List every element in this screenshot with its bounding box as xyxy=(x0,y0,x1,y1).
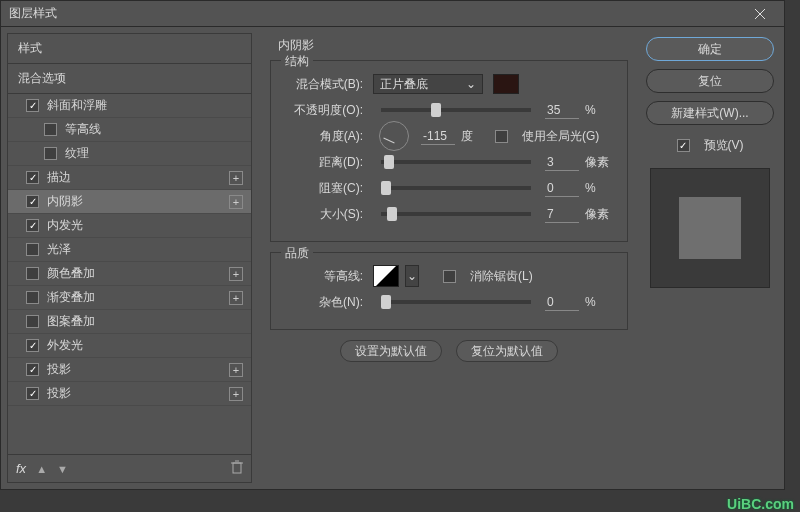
preview-swatch xyxy=(679,197,741,259)
settings-panel: 内阴影 结构 混合模式(B): 正片叠底 ⌄ 不透明度(O): 35 % xyxy=(258,27,640,489)
ok-button[interactable]: 确定 xyxy=(646,37,774,61)
style-checkbox[interactable] xyxy=(44,147,57,160)
choke-slider[interactable] xyxy=(381,186,531,190)
style-checkbox[interactable] xyxy=(26,291,39,304)
noise-slider[interactable] xyxy=(381,300,531,304)
antialias-checkbox[interactable] xyxy=(443,270,456,283)
distance-value[interactable]: 3 xyxy=(545,154,579,171)
structure-title: 结构 xyxy=(281,53,313,70)
watermark: UiBC.com xyxy=(727,496,794,512)
style-checkbox[interactable] xyxy=(26,195,39,208)
chevron-down-icon: ⌄ xyxy=(466,77,476,91)
add-effect-icon[interactable]: + xyxy=(229,387,243,401)
style-item-10[interactable]: 外发光 xyxy=(8,334,251,358)
make-default-button[interactable]: 设置为默认值 xyxy=(340,340,442,362)
preview-box xyxy=(650,168,770,288)
style-checkbox[interactable] xyxy=(26,219,39,232)
add-effect-icon[interactable]: + xyxy=(229,291,243,305)
opacity-label: 不透明度(O): xyxy=(285,102,363,119)
style-label: 光泽 xyxy=(47,241,243,258)
contour-preview[interactable] xyxy=(373,265,399,287)
arrow-up-icon[interactable]: ▲ xyxy=(36,463,47,475)
styles-panel: 样式 混合选项 斜面和浮雕等高线纹理描边+内阴影+内发光光泽颜色叠加+渐变叠加+… xyxy=(7,33,252,483)
style-checkbox[interactable] xyxy=(26,387,39,400)
opacity-unit: % xyxy=(585,103,613,117)
style-item-2[interactable]: 纹理 xyxy=(8,142,251,166)
style-checkbox[interactable] xyxy=(26,171,39,184)
contour-label: 等高线: xyxy=(285,268,363,285)
preview-label: 预览(V) xyxy=(704,137,744,154)
distance-label: 距离(D): xyxy=(285,154,363,171)
size-slider[interactable] xyxy=(381,212,531,216)
noise-unit: % xyxy=(585,295,613,309)
angle-dial[interactable] xyxy=(379,121,409,151)
style-item-11[interactable]: 投影+ xyxy=(8,358,251,382)
angle-value[interactable]: -115 xyxy=(421,128,455,145)
close-button[interactable] xyxy=(744,2,776,26)
preview-checkbox[interactable] xyxy=(677,139,690,152)
style-item-4[interactable]: 内阴影+ xyxy=(8,190,251,214)
styles-header[interactable]: 样式 xyxy=(8,34,251,64)
fx-label[interactable]: fx xyxy=(16,461,26,476)
new-style-button[interactable]: 新建样式(W)... xyxy=(646,101,774,125)
style-item-3[interactable]: 描边+ xyxy=(8,166,251,190)
style-item-1[interactable]: 等高线 xyxy=(8,118,251,142)
layer-style-dialog: 图层样式 样式 混合选项 斜面和浮雕等高线纹理描边+内阴影+内发光光泽颜色叠加+… xyxy=(0,0,785,490)
action-panel: 确定 复位 新建样式(W)... 预览(V) xyxy=(640,27,784,489)
add-effect-icon[interactable]: + xyxy=(229,363,243,377)
style-checkbox[interactable] xyxy=(26,339,39,352)
noise-label: 杂色(N): xyxy=(285,294,363,311)
style-checkbox[interactable] xyxy=(26,267,39,280)
style-checkbox[interactable] xyxy=(44,123,57,136)
style-item-0[interactable]: 斜面和浮雕 xyxy=(8,94,251,118)
style-label: 渐变叠加 xyxy=(47,289,229,306)
angle-label: 角度(A): xyxy=(285,128,363,145)
style-checkbox[interactable] xyxy=(26,315,39,328)
opacity-row: 不透明度(O): 35 % xyxy=(285,97,613,123)
use-global-light-label: 使用全局光(G) xyxy=(522,128,599,145)
choke-row: 阻塞(C): 0 % xyxy=(285,175,613,201)
blending-options[interactable]: 混合选项 xyxy=(8,64,251,94)
style-item-6[interactable]: 光泽 xyxy=(8,238,251,262)
add-effect-icon[interactable]: + xyxy=(229,267,243,281)
angle-unit: 度 xyxy=(461,128,489,145)
style-item-7[interactable]: 颜色叠加+ xyxy=(8,262,251,286)
opacity-slider[interactable] xyxy=(381,108,531,112)
use-global-light-checkbox[interactable] xyxy=(495,130,508,143)
blend-mode-label: 混合模式(B): xyxy=(285,76,363,93)
noise-value[interactable]: 0 xyxy=(545,294,579,311)
choke-value[interactable]: 0 xyxy=(545,180,579,197)
contour-dropdown[interactable]: ⌄ xyxy=(405,265,419,287)
style-checkbox[interactable] xyxy=(26,243,39,256)
style-item-9[interactable]: 图案叠加 xyxy=(8,310,251,334)
distance-row: 距离(D): 3 像素 xyxy=(285,149,613,175)
style-checkbox[interactable] xyxy=(26,363,39,376)
trash-icon[interactable] xyxy=(231,460,243,477)
color-swatch[interactable] xyxy=(493,74,519,94)
structure-group: 结构 混合模式(B): 正片叠底 ⌄ 不透明度(O): 35 % 角度(A xyxy=(270,60,628,242)
titlebar: 图层样式 xyxy=(1,1,784,27)
styles-footer: fx ▲ ▼ xyxy=(8,454,251,482)
dialog-title: 图层样式 xyxy=(9,5,744,22)
style-label: 内发光 xyxy=(47,217,243,234)
arrow-down-icon[interactable]: ▼ xyxy=(57,463,68,475)
effect-title: 内阴影 xyxy=(278,37,628,54)
antialias-label: 消除锯齿(L) xyxy=(470,268,533,285)
size-label: 大小(S): xyxy=(285,206,363,223)
style-label: 投影 xyxy=(47,385,229,402)
style-item-12[interactable]: 投影+ xyxy=(8,382,251,406)
add-effect-icon[interactable]: + xyxy=(229,171,243,185)
cancel-button[interactable]: 复位 xyxy=(646,69,774,93)
size-row: 大小(S): 7 像素 xyxy=(285,201,613,227)
style-item-5[interactable]: 内发光 xyxy=(8,214,251,238)
style-item-8[interactable]: 渐变叠加+ xyxy=(8,286,251,310)
distance-slider[interactable] xyxy=(381,160,531,164)
blend-mode-select[interactable]: 正片叠底 ⌄ xyxy=(373,74,483,94)
size-value[interactable]: 7 xyxy=(545,206,579,223)
style-checkbox[interactable] xyxy=(26,99,39,112)
add-effect-icon[interactable]: + xyxy=(229,195,243,209)
blend-mode-value: 正片叠底 xyxy=(380,76,428,93)
style-label: 描边 xyxy=(47,169,229,186)
reset-default-button[interactable]: 复位为默认值 xyxy=(456,340,558,362)
opacity-value[interactable]: 35 xyxy=(545,102,579,119)
